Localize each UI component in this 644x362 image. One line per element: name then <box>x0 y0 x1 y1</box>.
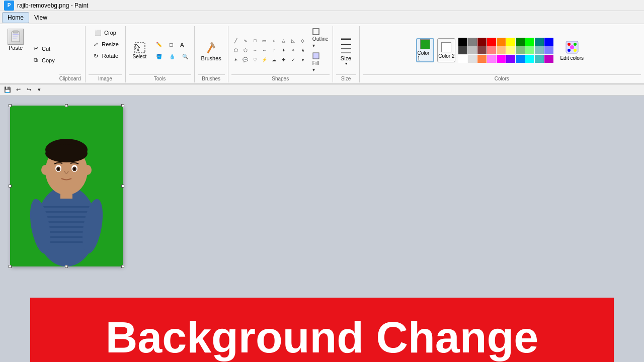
color-picker-button[interactable]: 💧 <box>166 52 178 61</box>
svg-point-33 <box>45 144 88 162</box>
resize-button[interactable]: ⤢ Resize <box>89 39 121 50</box>
palette-color-18[interactable] <box>535 46 544 54</box>
palette-color-16[interactable] <box>516 46 525 54</box>
colors-group: Color 1 Color 2 Edit colors <box>360 26 644 82</box>
palette-color-8[interactable] <box>535 38 544 46</box>
shape-star6[interactable]: ✶ <box>231 55 240 64</box>
eraser-button[interactable]: ◻ <box>166 40 176 51</box>
palette-color-27[interactable] <box>525 55 534 63</box>
palette-color-9[interactable] <box>544 38 553 46</box>
palette-color-23[interactable] <box>487 55 496 63</box>
palette-color-12[interactable] <box>477 46 487 54</box>
redo-button[interactable]: ↪ <box>24 85 33 95</box>
palette-color-10[interactable] <box>458 46 467 54</box>
palette-color-17[interactable] <box>525 46 534 54</box>
shape-roundrect[interactable]: ▭ <box>260 36 269 45</box>
color-palette <box>458 38 553 63</box>
shape-hexagon[interactable]: ⬡ <box>241 46 250 55</box>
resize-handle-bc[interactable] <box>65 265 68 268</box>
rotate-button[interactable]: ↻ Rotate <box>90 50 121 61</box>
palette-color-20[interactable] <box>458 55 467 63</box>
shape-more[interactable]: ▼ <box>298 55 307 64</box>
resize-handle-tl[interactable] <box>9 104 12 107</box>
palette-color-21[interactable] <box>468 55 477 63</box>
shape-lightning[interactable]: ⚡ <box>260 55 269 64</box>
shape-heart[interactable]: ♡ <box>251 55 260 64</box>
shape-cross[interactable]: ✚ <box>279 55 288 64</box>
palette-color-1[interactable] <box>468 38 477 46</box>
palette-color-26[interactable] <box>516 55 525 63</box>
pencil-button[interactable]: ✏️ <box>153 40 165 51</box>
palette-color-13[interactable] <box>487 46 496 54</box>
undo-button[interactable]: ↩ <box>14 85 23 95</box>
menu-item-home[interactable]: Home <box>2 12 29 23</box>
shape-diamond[interactable]: ◇ <box>298 36 307 45</box>
palette-color-0[interactable] <box>458 38 467 46</box>
palette-color-25[interactable] <box>506 55 515 63</box>
copy-icon: ⧉ <box>32 56 40 64</box>
shape-arrow-r[interactable]: → <box>251 46 260 55</box>
palette-color-24[interactable] <box>497 55 506 63</box>
person-svg <box>10 106 123 266</box>
fill-dropdown-button[interactable]: Fill▾ <box>311 51 330 73</box>
brushes-group: Brushes Brushes <box>195 26 228 82</box>
svg-point-16 <box>574 43 577 46</box>
palette-color-15[interactable] <box>506 46 515 54</box>
shape-pentagon[interactable]: ⬠ <box>231 46 240 55</box>
resize-handle-bl[interactable] <box>9 265 12 268</box>
palette-color-4[interactable] <box>497 38 506 46</box>
palette-color-6[interactable] <box>516 38 525 46</box>
clipboard-label-row: Clipboard <box>59 27 81 81</box>
palette-color-5[interactable] <box>506 38 515 46</box>
palette-color-19[interactable] <box>544 46 553 54</box>
menu-item-view[interactable]: View <box>29 13 52 23</box>
palette-color-28[interactable] <box>535 55 544 63</box>
shape-line[interactable]: ╱ <box>231 36 240 45</box>
palette-color-2[interactable] <box>477 38 487 46</box>
shape-triangle[interactable]: △ <box>279 36 288 45</box>
shape-check[interactable]: ✓ <box>289 55 298 64</box>
paste-button[interactable]: Paste <box>4 27 27 81</box>
color1-button[interactable]: Color 1 <box>416 38 434 62</box>
text-button[interactable]: A <box>177 40 188 51</box>
fill-button[interactable]: 🪣 <box>153 52 165 61</box>
shape-cloud[interactable]: ☁ <box>270 55 279 64</box>
shape-rect[interactable]: □ <box>251 36 260 45</box>
shape-star4[interactable]: ✧ <box>289 46 298 55</box>
select-button[interactable]: Select <box>129 38 151 63</box>
shape-arrow-4[interactable]: ✦ <box>279 46 288 55</box>
shape-callout[interactable]: 💬 <box>241 55 250 64</box>
shape-curve[interactable]: ∿ <box>241 36 250 45</box>
edit-colors-button[interactable]: Edit colors <box>556 39 587 62</box>
palette-color-11[interactable] <box>468 46 477 54</box>
copy-label: Copy <box>42 57 55 63</box>
palette-color-3[interactable] <box>487 38 496 46</box>
shape-arrow-u[interactable]: ↑ <box>270 46 279 55</box>
palette-color-29[interactable] <box>544 55 553 63</box>
brushes-button[interactable]: Brushes <box>198 38 225 63</box>
resize-handle-br[interactable] <box>121 265 124 268</box>
edit-colors-label: Edit colors <box>560 55 584 61</box>
resize-handle-mr[interactable] <box>121 185 124 188</box>
palette-color-7[interactable] <box>525 38 534 46</box>
palette-color-14[interactable] <box>497 46 506 54</box>
cut-button[interactable]: ✂ Cut <box>29 43 57 54</box>
shape-ellipse[interactable]: ○ <box>270 36 279 45</box>
save-button[interactable]: 💾 <box>3 85 12 95</box>
palette-color-22[interactable] <box>477 55 487 63</box>
resize-handle-ml[interactable] <box>9 185 12 188</box>
tools-group-content: Select ✏️ ◻ A 🪣 💧 🔍 <box>129 27 191 73</box>
shape-rtriangle[interactable]: ◺ <box>289 36 298 45</box>
shape-arrow-l[interactable]: ← <box>260 46 269 55</box>
qa-dropdown[interactable]: ▾ <box>35 85 44 95</box>
crop-button[interactable]: ⬜ Crop <box>92 27 119 38</box>
copy-button[interactable]: ⧉ Copy <box>29 55 57 66</box>
resize-handle-tc[interactable] <box>65 104 68 107</box>
shape-star5[interactable]: ★ <box>298 46 307 55</box>
ribbon: Paste ✂ Cut ⧉ Copy Clipboard ⬜ Crop ⤢ Re… <box>0 24 644 84</box>
resize-handle-tr[interactable] <box>121 104 124 107</box>
size-button[interactable]: Size ▾ <box>336 34 356 67</box>
magnify-button[interactable]: 🔍 <box>179 52 191 61</box>
outline-button[interactable]: Outline▾ <box>311 27 330 49</box>
color2-button[interactable]: Color 2 <box>437 38 455 62</box>
